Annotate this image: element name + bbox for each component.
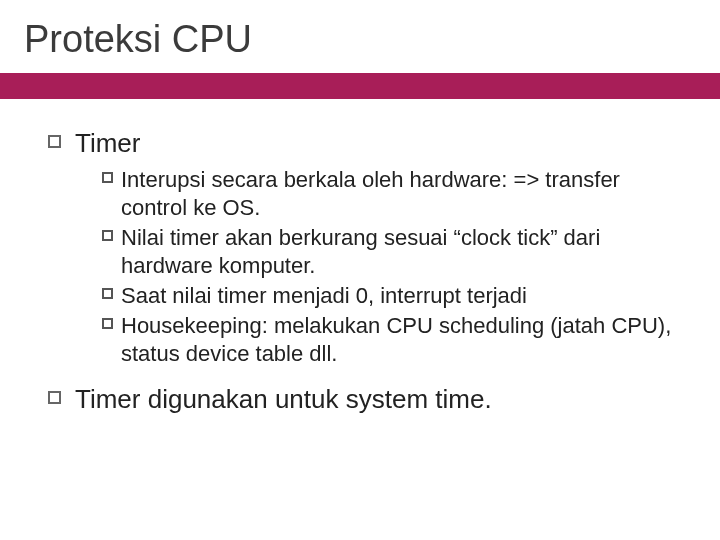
square-bullet-icon [48, 135, 61, 148]
square-bullet-icon [102, 288, 113, 299]
list-item: Nilai timer akan berkurang sesuai “clock… [102, 224, 672, 280]
slide-title: Proteksi CPU [0, 0, 720, 73]
list-item: Timer [48, 127, 672, 160]
list-item-label: Interupsi secara berkala oleh hardware: … [121, 166, 672, 222]
square-bullet-icon [102, 172, 113, 183]
list-item-label: Nilai timer akan berkurang sesuai “clock… [121, 224, 672, 280]
list-item: Saat nilai timer menjadi 0, interrupt te… [102, 282, 672, 310]
divider-bar [0, 73, 720, 99]
square-bullet-icon [102, 318, 113, 329]
list-item: Housekeeping: melakukan CPU scheduling (… [102, 312, 672, 368]
list-item-label: Timer digunakan untuk system time. [75, 383, 492, 416]
slide-content: Timer Interupsi secara berkala oleh hard… [0, 127, 720, 415]
list-item-label: Saat nilai timer menjadi 0, interrupt te… [121, 282, 527, 310]
list-item: Interupsi secara berkala oleh hardware: … [102, 166, 672, 222]
square-bullet-icon [48, 391, 61, 404]
list-item-label: Housekeeping: melakukan CPU scheduling (… [121, 312, 672, 368]
list-item: Timer digunakan untuk system time. [48, 383, 672, 416]
sublist: Interupsi secara berkala oleh hardware: … [48, 166, 672, 369]
square-bullet-icon [102, 230, 113, 241]
list-item-label: Timer [75, 127, 140, 160]
